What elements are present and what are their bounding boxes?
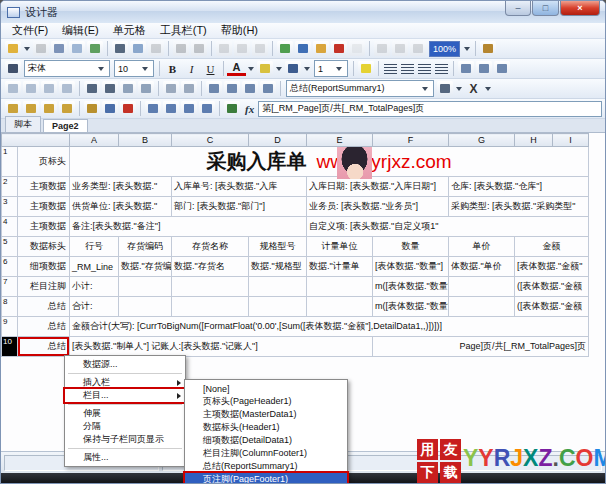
border-color-icon[interactable]: [285, 61, 301, 76]
font-style-icon[interactable]: [5, 61, 21, 76]
page-settings-icon[interactable]: [181, 101, 197, 116]
align-center-icon[interactable]: [401, 64, 414, 74]
band-label[interactable]: 主项数据: [18, 177, 70, 197]
cell[interactable]: 数据."存货名: [172, 257, 249, 277]
line-style-dropdown-icon[interactable]: [456, 87, 462, 91]
page-delete-icon[interactable]: [199, 101, 215, 116]
print-preview-icon[interactable]: [69, 41, 85, 56]
cell[interactable]: 金额合计(大写): [CurrToBigNum([FormatFloat('0.…: [70, 317, 589, 337]
border-top-icon[interactable]: [41, 81, 57, 96]
insert-band-below-icon[interactable]: [120, 101, 136, 116]
cell[interactable]: 备注:[表头数据."备注"]: [70, 217, 307, 237]
border-inner-icon[interactable]: [120, 81, 136, 96]
cell[interactable]: [249, 277, 307, 297]
open-icon[interactable]: [5, 41, 21, 56]
cell[interactable]: 行号: [70, 237, 119, 257]
zoom-select[interactable]: 100%: [429, 41, 460, 57]
col-header[interactable]: C: [172, 134, 249, 147]
row-number[interactable]: 6: [2, 257, 18, 277]
page-list-icon[interactable]: [145, 101, 161, 116]
border-cross-icon[interactable]: [138, 81, 154, 96]
cell[interactable]: m([表体数据."数量": [373, 277, 449, 297]
maximize-button[interactable]: □: [532, 1, 559, 16]
submenu-item-none[interactable]: [None]: [185, 382, 347, 395]
corner-header[interactable]: [2, 134, 70, 147]
underline-button[interactable]: U: [201, 60, 220, 78]
cell[interactable]: 小计:: [70, 277, 119, 297]
line-style-icon[interactable]: [437, 81, 453, 96]
valign-middle-icon[interactable]: [476, 61, 492, 76]
align-left-icon[interactable]: [384, 64, 397, 74]
valign-top-icon[interactable]: [458, 61, 474, 76]
band-label[interactable]: 细项数据: [18, 257, 70, 277]
redo-icon[interactable]: [191, 41, 207, 56]
open-dropdown-icon[interactable]: [24, 47, 30, 51]
border-right-icon[interactable]: [23, 81, 39, 96]
monitor-icon[interactable]: [224, 101, 240, 116]
border-left-icon[interactable]: [5, 81, 21, 96]
subscript-icon[interactable]: [206, 81, 222, 96]
cell[interactable]: [172, 297, 249, 317]
cell[interactable]: 数量: [373, 237, 449, 257]
submenu-item-header[interactable]: 数据标头(Header1): [185, 421, 347, 434]
row-number[interactable]: 2: [2, 177, 18, 197]
cell[interactable]: 体数据."单价: [449, 257, 515, 277]
border-all-icon[interactable]: [84, 81, 100, 96]
package-icon[interactable]: [313, 41, 329, 56]
menu-file[interactable]: 文件(F): [5, 23, 55, 38]
cell[interactable]: 数据."存货编: [119, 257, 172, 277]
row-number[interactable]: 8: [2, 297, 18, 317]
cell[interactable]: m([表体数据."数量": [373, 297, 449, 317]
menu-item-datasource[interactable]: 数据源...: [65, 358, 185, 371]
clear-dropdown-icon[interactable]: [485, 87, 491, 91]
menu-toolbars[interactable]: 工具栏(T): [153, 23, 214, 38]
band-footer-icon[interactable]: [41, 101, 57, 116]
band-data-icon[interactable]: [23, 101, 39, 116]
cell[interactable]: [449, 277, 515, 297]
border-outer-icon[interactable]: [102, 81, 118, 96]
menu-item-split[interactable]: 分隔: [65, 420, 185, 433]
font-color-dropdown-icon[interactable]: [248, 67, 254, 71]
col-header[interactable]: F: [373, 134, 449, 147]
cell[interactable]: Page]页/共[_RM_TotalPages]页: [373, 337, 589, 357]
band-header-icon[interactable]: [5, 101, 21, 116]
row-number[interactable]: 5: [2, 237, 18, 257]
menu-item-properties[interactable]: 属性...: [65, 451, 185, 464]
cell[interactable]: [表体数据."数量"]: [373, 257, 449, 277]
grid-show-icon[interactable]: [410, 41, 426, 56]
col-header[interactable]: I: [553, 134, 589, 147]
row-number[interactable]: 3: [2, 197, 18, 217]
cell[interactable]: 合计:: [70, 297, 119, 317]
cell[interactable]: [表体数据."金额": [515, 257, 589, 277]
band-label[interactable]: 数据标头: [18, 237, 70, 257]
cell[interactable]: 存货编码: [119, 237, 172, 257]
minimize-button[interactable]: –: [505, 1, 531, 16]
cell[interactable]: ([表体数据."金额: [515, 277, 589, 297]
border-color-dropdown-icon[interactable]: [304, 67, 310, 71]
cell[interactable]: 仓库: [表头数据."仓库"]: [449, 177, 589, 197]
bold-button[interactable]: B: [163, 60, 182, 78]
paste-icon[interactable]: [148, 41, 164, 56]
menu-item-keep-same-page[interactable]: 保持与子栏同页显示: [65, 433, 185, 446]
menu-cell[interactable]: 单元格: [106, 23, 153, 38]
col-header[interactable]: D: [249, 134, 307, 147]
menu-item-insert-band[interactable]: 插入栏: [65, 376, 185, 389]
cell[interactable]: [249, 297, 307, 317]
close-button[interactable]: ×: [560, 1, 600, 16]
submenu-item-reportsummary[interactable]: 总结(ReportSummary1): [185, 460, 347, 473]
menu-edit[interactable]: 编辑(E): [55, 23, 106, 38]
diagonal-up-icon[interactable]: [181, 81, 197, 96]
zoom-dropdown-icon[interactable]: [464, 47, 470, 51]
submenu-item-detaildata[interactable]: 细项数据(DetailData1): [185, 434, 347, 447]
cell[interactable]: 存货名称: [172, 237, 249, 257]
col-header[interactable]: H: [515, 134, 553, 147]
merge-cells-icon[interactable]: [252, 41, 268, 56]
page-copy-icon[interactable]: [163, 101, 179, 116]
band-label[interactable]: 栏目注脚: [18, 277, 70, 297]
cell[interactable]: [307, 297, 373, 317]
cell[interactable]: [119, 297, 172, 317]
valign-bottom-icon[interactable]: [494, 61, 510, 76]
delete-red-icon[interactable]: [331, 41, 347, 56]
cell[interactable]: 入库单号: [表头数据."入库: [172, 177, 307, 197]
print-icon[interactable]: [51, 41, 67, 56]
